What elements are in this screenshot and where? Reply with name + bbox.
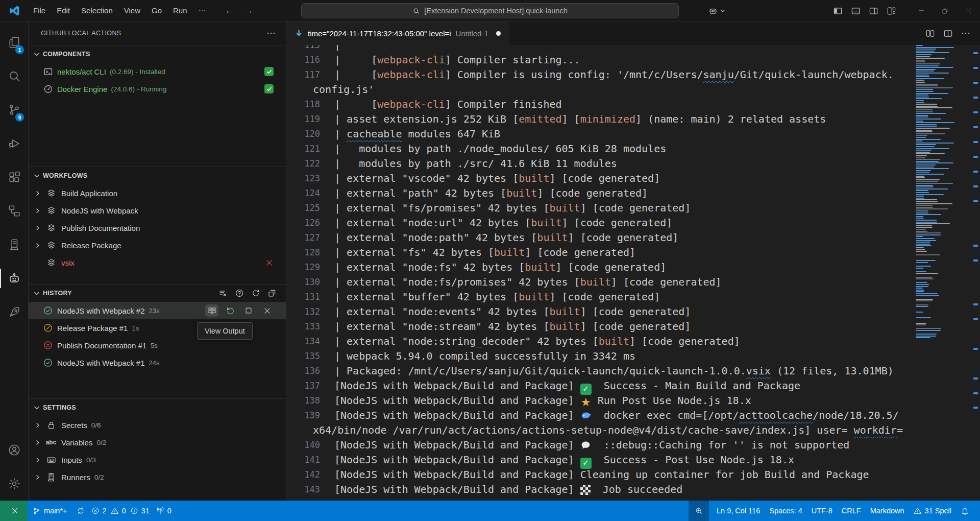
components-header[interactable]: COMPONENTS	[29, 45, 286, 63]
code-line[interactable]: 121| modules by path ./node_modules/ 605…	[286, 141, 914, 156]
collapse-icon[interactable]	[267, 289, 277, 298]
code-line[interactable]: 138[NodeJS with Webpack/Build and Packag…	[286, 393, 914, 408]
notifications-bell[interactable]	[956, 501, 974, 521]
modified-dot-icon[interactable]	[496, 31, 501, 36]
workflows-header[interactable]: WORKFLOWS	[29, 167, 286, 184]
code-line[interactable]: 117| [webpack-cli] Compiler is using con…	[286, 67, 914, 82]
menu-run[interactable]: Run	[167, 4, 193, 18]
code-line[interactable]: 134| external "node:string_decoder" 42 b…	[286, 334, 914, 349]
editor-more-actions-icon[interactable]: ⋯	[961, 28, 971, 39]
code-line[interactable]: 122| modules by path ./src/ 41.6 KiB 11 …	[286, 156, 914, 171]
settings-row-inputs[interactable]: Inputs0/3	[29, 451, 286, 468]
activity-source-control[interactable]: 9	[0, 93, 28, 127]
code-line[interactable]: 129| external "node:fs" 42 bytes [built]…	[286, 260, 914, 275]
errors-count[interactable]: 2	[89, 501, 109, 521]
refresh-icon[interactable]	[251, 289, 260, 298]
help-icon[interactable]	[235, 289, 244, 298]
code-line[interactable]: 123| external "vscode" 42 bytes [built] …	[286, 171, 914, 186]
code-line[interactable]: 120| cacheable modules 647 KiB	[286, 127, 914, 141]
chevron-right-icon[interactable]	[29, 421, 46, 429]
menu-selection[interactable]: Selection	[76, 4, 118, 18]
forward-arrow-icon[interactable]: →	[244, 5, 254, 16]
toggle-secondary-sidebar-icon[interactable]	[869, 6, 878, 16]
code-line[interactable]: x64/bin/node /var/run/act/actions/action…	[286, 423, 914, 438]
code-line[interactable]: 119| asset extension.js 252 KiB [emitted…	[286, 112, 914, 127]
code-line[interactable]: 141[NodeJS with Webpack/Build and Packag…	[286, 453, 914, 467]
code-line[interactable]: 115|	[286, 45, 914, 53]
workflow-row-publish-documentation[interactable]: Publish Documentation	[29, 219, 286, 236]
back-arrow-icon[interactable]: ←	[225, 5, 235, 16]
history-header[interactable]: HISTORY	[29, 285, 286, 302]
scrollbar-overview-ruler[interactable]	[963, 45, 980, 501]
chevron-right-icon[interactable]	[29, 456, 46, 464]
code-line[interactable]: 143[NodeJS with Webpack/Build and Packag…	[286, 482, 914, 497]
close-button[interactable]	[957, 0, 980, 21]
command-center[interactable]: [Extension Development Host] quick-launc…	[301, 3, 679, 18]
code-line[interactable]: 136| Packaged: /mnt/c/Users/sanju/Git/qu…	[286, 364, 914, 378]
code-line[interactable]: 142[NodeJS with Webpack/Build and Packag…	[286, 467, 914, 482]
warnings-count[interactable]: 0	[109, 501, 128, 521]
component-row[interactable]: Docker Engine(24.0.6) - Running	[29, 80, 286, 98]
workflow-row-build-application[interactable]: Build Application	[29, 184, 286, 202]
infos-count[interactable]: 31	[128, 501, 152, 521]
activity-settings-gear[interactable]	[0, 467, 28, 501]
code-line[interactable]: 133| external "node:stream" 42 bytes [bu…	[286, 319, 914, 334]
workflow-row-nodejs-with-webpack[interactable]: NodeJS with Webpack	[29, 202, 286, 219]
code-line[interactable]: config.js'	[286, 82, 914, 97]
activity-runners[interactable]	[0, 228, 28, 262]
workflow-row-release-package[interactable]: Release Package	[29, 236, 286, 254]
code-line[interactable]: 116| [webpack-cli] Compiler starting...	[286, 53, 914, 67]
code-area[interactable]: 115|116| [webpack-cli] Compiler starting…	[286, 45, 914, 501]
ports-count[interactable]: 0	[152, 501, 176, 521]
activity-remote-explorer[interactable]	[0, 194, 28, 228]
code-line[interactable]: 131| external "buffer" 42 bytes [built] …	[286, 290, 914, 304]
restore-button[interactable]	[933, 0, 957, 21]
menu-edit[interactable]: Edit	[51, 4, 76, 18]
chevron-right-icon[interactable]	[29, 190, 46, 197]
chevron-right-icon[interactable]	[29, 224, 46, 232]
language-mode[interactable]: Markdown	[866, 501, 909, 521]
clear-history-icon[interactable]	[218, 289, 228, 298]
code-line[interactable]: 139[NodeJS with Webpack/Build and Packag…	[286, 408, 914, 423]
code-line[interactable]: 127| external "node:path" 42 bytes [buil…	[286, 230, 914, 245]
customize-layout-icon[interactable]	[887, 6, 896, 16]
component-row[interactable]: nektos/act CLI(0.2.69) - Installed	[29, 63, 286, 80]
activity-deploy[interactable]	[0, 295, 28, 329]
code-line[interactable]: 140[NodeJS with Webpack/Build and Packag…	[286, 438, 914, 453]
menu-more[interactable]: ⋯	[193, 4, 212, 18]
activity-github-local-actions[interactable]	[0, 262, 28, 295]
minimap[interactable]	[914, 45, 963, 501]
history-row[interactable]: NodeJS with Webpack #124s	[29, 354, 286, 371]
view-output-button[interactable]	[205, 304, 218, 317]
code-line[interactable]: 128| external "fs" 42 bytes [built] [cod…	[286, 245, 914, 260]
chevron-right-icon[interactable]	[29, 242, 46, 249]
activity-explorer[interactable]: 1	[0, 26, 28, 59]
copilot-menu[interactable]	[708, 6, 726, 16]
settings-header[interactable]: SETTINGS	[29, 399, 286, 416]
menu-view[interactable]: View	[118, 4, 146, 18]
encoding[interactable]: UTF-8	[807, 501, 837, 521]
activity-run-debug[interactable]	[0, 127, 28, 160]
open-changes-icon[interactable]	[925, 29, 935, 38]
tab-untitled-1[interactable]: time="2024-11-17T18:32:43-05:00" level=i…	[286, 21, 509, 45]
chevron-right-icon[interactable]	[29, 439, 46, 446]
settings-row-secrets[interactable]: Secrets0/6	[29, 416, 286, 434]
error-x-icon[interactable]	[265, 258, 274, 267]
stop-button[interactable]	[242, 304, 255, 317]
restart-button[interactable]	[224, 304, 237, 317]
code-line[interactable]: 137[NodeJS with Webpack/Build and Packag…	[286, 378, 914, 393]
minimize-button[interactable]	[910, 0, 933, 21]
code-line[interactable]: 130| external "node:fs/promises" 42 byte…	[286, 275, 914, 290]
history-row[interactable]: NodeJS with Webpack #223s	[29, 302, 286, 319]
code-line[interactable]: 135| webpack 5.94.0 compiled successfull…	[286, 349, 914, 364]
spell-checker[interactable]: 31 Spell	[909, 501, 956, 521]
code-line[interactable]: 126| external "node:url" 42 bytes [built…	[286, 216, 914, 230]
code-line[interactable]: 125| external "fs/promises" 42 bytes [bu…	[286, 201, 914, 216]
more-actions-icon[interactable]: ⋯	[266, 28, 277, 39]
code-line[interactable]: 118| [webpack-cli] Compiler finished	[286, 97, 914, 112]
remote-indicator[interactable]	[0, 501, 28, 521]
zoom-indicator[interactable]	[689, 501, 709, 521]
activity-extensions[interactable]	[0, 160, 28, 194]
chevron-right-icon[interactable]	[29, 473, 46, 481]
settings-row-runners[interactable]: Runners0/2	[29, 468, 286, 486]
